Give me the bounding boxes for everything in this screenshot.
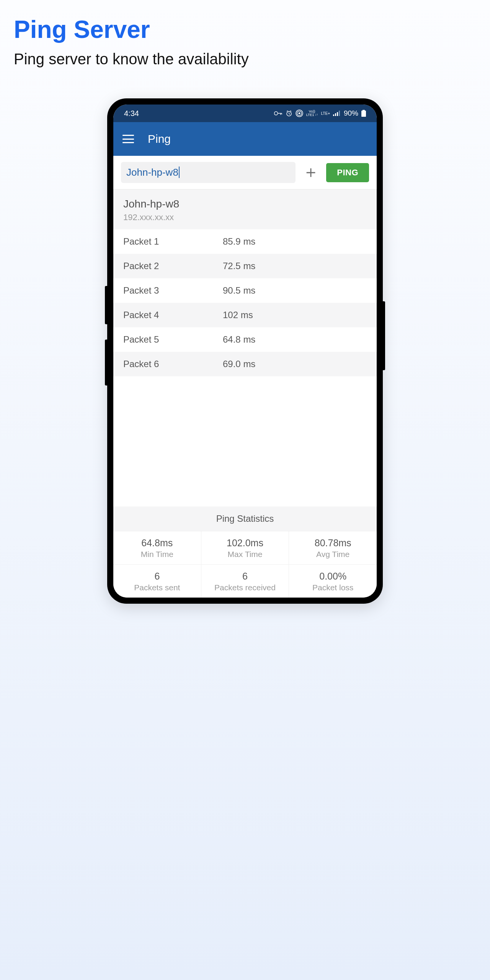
svg-point-0 xyxy=(274,112,278,115)
packet-value: 90.5 ms xyxy=(223,285,367,296)
svg-rect-13 xyxy=(335,113,336,116)
target-name: John-hp-w8 xyxy=(123,198,367,210)
packet-label: Packet 3 xyxy=(123,285,223,296)
packet-row: Packet 6 69.0 ms xyxy=(113,352,377,376)
stats-row: 64.8ms Min Time 102.0ms Max Time 80.78ms… xyxy=(113,531,377,564)
packet-label: Packet 1 xyxy=(123,236,223,247)
phone-side-button xyxy=(383,301,385,370)
lte-label: LTE+ xyxy=(321,111,330,116)
target-section: John-hp-w8 192.xxx.xx.xx xyxy=(113,189,377,229)
ping-button[interactable]: PING xyxy=(326,163,369,182)
menu-icon[interactable] xyxy=(122,135,134,143)
host-input[interactable]: John-hp-w8 xyxy=(121,162,296,183)
stat-label: Max Time xyxy=(203,550,287,559)
status-bar: 4:34 Vo)) LTE1↓↑ LTE+ xyxy=(113,105,377,122)
app-bar: Ping xyxy=(113,122,377,156)
svg-line-6 xyxy=(289,114,290,114)
svg-rect-14 xyxy=(337,112,338,116)
stat-label: Packets sent xyxy=(115,583,199,592)
packet-label: Packet 6 xyxy=(123,359,223,369)
stat-label: Min Time xyxy=(115,550,199,559)
packet-row: Packet 2 72.5 ms xyxy=(113,254,377,278)
packet-value: 72.5 ms xyxy=(223,261,367,271)
stats-row: 6 Packets sent 6 Packets received 0.00% … xyxy=(113,564,377,598)
alarm-icon xyxy=(286,110,292,117)
spacer xyxy=(113,376,377,506)
signal-icon xyxy=(333,111,340,116)
packet-label: Packet 2 xyxy=(123,261,223,271)
stat-label: Packets received xyxy=(203,583,287,592)
stat-value: 0.00% xyxy=(291,571,375,582)
svg-rect-16 xyxy=(363,110,365,111)
key-icon xyxy=(274,111,283,116)
svg-line-8 xyxy=(290,111,291,111)
packet-label: Packet 4 xyxy=(123,310,223,320)
phone-side-button xyxy=(105,340,107,385)
phone-screen: 4:34 Vo)) LTE1↓↑ LTE+ xyxy=(113,105,377,598)
phone-frame: 4:34 Vo)) LTE1↓↑ LTE+ xyxy=(107,98,383,604)
stat-packets-sent: 6 Packets sent xyxy=(113,565,201,598)
stat-value: 80.78ms xyxy=(291,537,375,549)
stat-value: 64.8ms xyxy=(115,537,199,549)
packet-value: 69.0 ms xyxy=(223,359,367,369)
stat-max-time: 102.0ms Max Time xyxy=(201,531,289,564)
page-title: Ping Server xyxy=(14,15,476,44)
add-button[interactable] xyxy=(303,165,318,180)
packet-value: 85.9 ms xyxy=(223,236,367,247)
svg-rect-15 xyxy=(339,111,340,116)
packet-row: Packet 4 102 ms xyxy=(113,303,377,327)
packet-row: Packet 3 90.5 ms xyxy=(113,278,377,303)
stat-label: Avg Time xyxy=(291,550,375,559)
stat-value: 102.0ms xyxy=(203,537,287,549)
battery-percent: 90% xyxy=(344,109,358,118)
app-bar-title: Ping xyxy=(148,132,171,145)
status-icons: Vo)) LTE1↓↑ LTE+ 90% xyxy=(274,109,366,118)
battery-icon xyxy=(361,110,366,117)
packet-row: Packet 1 85.9 ms xyxy=(113,229,377,254)
page-subtitle: Ping server to know the availability xyxy=(14,51,476,68)
stat-label: Packet loss xyxy=(291,583,375,592)
packet-list: Packet 1 85.9 ms Packet 2 72.5 ms Packet… xyxy=(113,229,377,376)
svg-rect-17 xyxy=(361,111,366,117)
phone-side-button xyxy=(105,286,107,324)
packet-value: 102 ms xyxy=(223,310,367,320)
status-time: 4:34 xyxy=(124,109,139,118)
packet-label: Packet 5 xyxy=(123,334,223,345)
hotspot-icon xyxy=(296,109,303,117)
svg-point-9 xyxy=(298,113,300,114)
stat-packets-received: 6 Packets received xyxy=(201,565,289,598)
stat-min-time: 64.8ms Min Time xyxy=(113,531,201,564)
packet-row: Packet 5 64.8 ms xyxy=(113,327,377,352)
stat-avg-time: 80.78ms Avg Time xyxy=(289,531,377,564)
stat-value: 6 xyxy=(115,571,199,582)
stat-value: 6 xyxy=(203,571,287,582)
volte-icon: Vo)) LTE1↓↑ xyxy=(306,110,318,117)
packet-value: 64.8 ms xyxy=(223,334,367,345)
svg-rect-12 xyxy=(333,114,334,116)
lte1-label: LTE1 xyxy=(306,113,314,117)
phone-wrapper: 4:34 Vo)) LTE1↓↑ LTE+ xyxy=(0,98,490,604)
input-bar: John-hp-w8 PING xyxy=(113,156,377,189)
stats-header: Ping Statistics xyxy=(113,506,377,531)
host-input-value: John-hp-w8 xyxy=(126,167,180,178)
target-ip: 192.xxx.xx.xx xyxy=(123,212,367,222)
page-header: Ping Server Ping server to know the avai… xyxy=(0,0,490,75)
stat-packet-loss: 0.00% Packet loss xyxy=(289,565,377,598)
svg-line-7 xyxy=(287,111,288,111)
